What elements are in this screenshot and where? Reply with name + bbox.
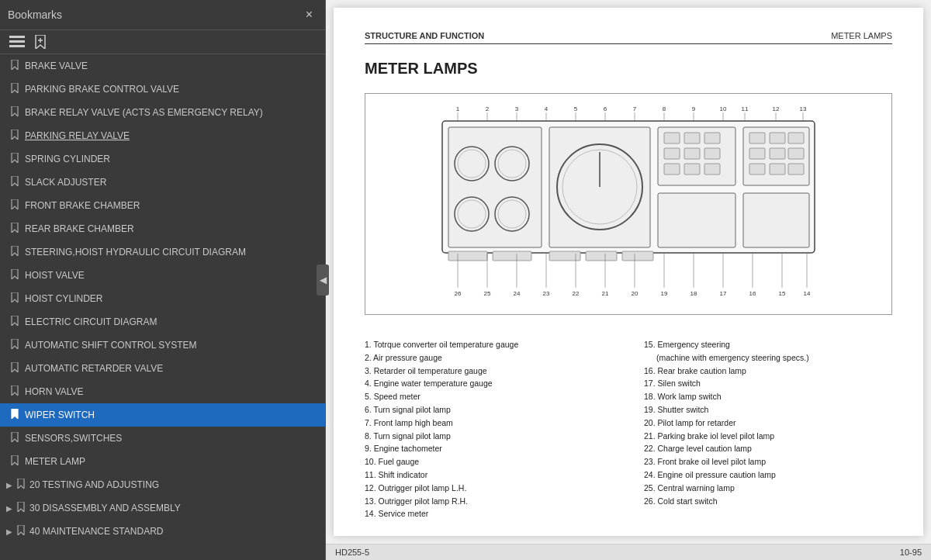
svg-text:7: 7 xyxy=(633,105,637,112)
bookmark-add-button[interactable] xyxy=(31,33,50,50)
section-item-testing-adjusting[interactable]: ▶20 TESTING AND ADJUSTING xyxy=(0,473,325,496)
svg-text:24: 24 xyxy=(514,290,521,297)
legend-item: 16. Rear brake caution lamp xyxy=(644,365,892,378)
svg-rect-64 xyxy=(788,164,804,175)
svg-rect-46 xyxy=(664,133,680,143)
legend-item: 24. Engine oil pressure caution lamp xyxy=(644,468,892,482)
svg-rect-1 xyxy=(9,40,25,43)
menu-icon xyxy=(9,36,25,48)
legend-item: 11. Shift indicator xyxy=(365,468,613,482)
panel-title: Bookmarks xyxy=(8,9,62,21)
bookmark-icon xyxy=(11,246,19,258)
section-item-disassembly-assembly[interactable]: ▶30 DISASSEMBLY AND ASSEMBLY xyxy=(0,496,325,520)
close-button[interactable]: × xyxy=(301,6,317,23)
bookmark-item-slack-adjuster[interactable]: SLACK ADJUSTER xyxy=(0,171,325,194)
bookmark-icon xyxy=(11,432,19,444)
bookmark-item-wiper-switch[interactable]: WIPER SWITCH xyxy=(0,403,325,427)
bookmark-item-brake-valve[interactable]: BRAKE VALVE xyxy=(0,54,325,78)
section-bookmark-icon xyxy=(17,525,25,538)
bookmark-item-horn-valve[interactable]: HORN VALVE xyxy=(0,380,325,403)
document-content: STRUCTURE AND FUNCTION METER LAMPS METER… xyxy=(334,8,923,536)
svg-text:4: 4 xyxy=(545,105,549,112)
svg-rect-70 xyxy=(586,251,617,261)
section-item-maintenance-standard[interactable]: ▶40 MAINTENANCE STANDARD xyxy=(0,520,325,543)
bookmark-label: AUTOMATIC RETARDER VALVE xyxy=(25,363,163,374)
section-arrow-icon: ▶ xyxy=(6,504,12,513)
bookmark-label: PARKING RELAY VALVE xyxy=(25,130,130,141)
legend-col-2: 15. Emergency steering (machine with eme… xyxy=(644,338,892,520)
bookmark-item-parking-relay-valve[interactable]: PARKING RELAY VALVE xyxy=(0,124,325,147)
svg-text:8: 8 xyxy=(663,105,666,112)
bookmark-label: HORN VALVE xyxy=(25,386,84,397)
svg-text:19: 19 xyxy=(661,290,668,297)
svg-text:10: 10 xyxy=(720,105,727,112)
legend-item: 23. Front brake oil level pilot lamp xyxy=(644,455,892,468)
svg-text:16: 16 xyxy=(749,290,756,297)
svg-rect-49 xyxy=(664,148,680,159)
svg-text:25: 25 xyxy=(484,290,491,297)
bookmark-label: HOIST VALVE xyxy=(25,270,85,281)
legend-col-1: 1. Totrque converter oil temperature gau… xyxy=(365,338,613,520)
bookmark-icon xyxy=(11,409,19,421)
doc-section-label: STRUCTURE AND FUNCTION xyxy=(365,31,484,40)
legend-item: 5. Speed meter xyxy=(365,390,613,403)
bookmark-label: SENSORS,SWITCHES xyxy=(25,433,122,444)
legend-item: 6. Turn signal pilot lamp xyxy=(365,403,613,417)
bookmark-item-hoist-valve[interactable]: HOIST VALVE xyxy=(0,264,325,287)
bookmark-icon xyxy=(11,362,19,375)
bookmark-item-spring-cylinder[interactable]: SPRING CYLINDER xyxy=(0,147,325,171)
bookmark-item-steering-hoist[interactable]: STEERING,HOIST HYDRAULIC CIRCUIT DIAGRAM xyxy=(0,240,325,264)
bookmark-label: AUTOMATIC SHIFT CONTROL SYSTEM xyxy=(25,340,197,351)
legend-item: 17. Silen switch xyxy=(644,377,892,390)
svg-text:14: 14 xyxy=(804,290,811,297)
legend-item: 2. Air pressure gauge xyxy=(365,351,613,365)
svg-text:2: 2 xyxy=(486,105,490,112)
bookmark-label: METER LAMP xyxy=(25,456,85,467)
svg-rect-57 xyxy=(770,133,785,143)
svg-text:1: 1 xyxy=(456,105,460,112)
bookmark-label: BRAKE RELAY VALVE (ACTS AS EMERGENCY REL… xyxy=(25,107,263,118)
legend-item: 21. Parking brake iol level pilot lamp xyxy=(644,430,892,443)
legend-section: 1. Totrque converter oil temperature gau… xyxy=(365,338,892,520)
section-arrow-icon: ▶ xyxy=(6,527,12,536)
legend-item: 10. Fuel gauge xyxy=(365,455,613,468)
panel-header: Bookmarks × xyxy=(0,0,325,30)
svg-text:11: 11 xyxy=(742,105,749,112)
bookmark-item-rear-brake-chamber[interactable]: REAR BRAKE CHAMBER xyxy=(0,217,325,240)
bookmark-item-electric-circuit-diagram[interactable]: ELECTRIC CIRCUIT DIAGRAM xyxy=(0,310,325,334)
legend-item: 20. Pilot lamp for retarder xyxy=(644,417,892,430)
bookmark-item-automatic-shift-control[interactable]: AUTOMATIC SHIFT CONTROL SYSTEM xyxy=(0,334,325,357)
bookmark-icon xyxy=(11,106,19,119)
svg-text:26: 26 xyxy=(455,290,462,297)
legend-item: 4. Engine water temperature gauge xyxy=(365,377,613,390)
svg-rect-51 xyxy=(704,148,720,159)
legend-item: 1. Totrque converter oil temperature gau… xyxy=(365,338,613,351)
svg-text:6: 6 xyxy=(604,105,607,112)
bookmark-label: HOIST CYLINDER xyxy=(25,293,102,304)
bookmark-label: REAR BRAKE CHAMBER xyxy=(25,223,134,234)
menu-icon-button[interactable] xyxy=(6,34,28,50)
bookmark-label: PARKING BRAKE CONTROL VALVE xyxy=(25,84,179,95)
bookmark-icon xyxy=(11,292,19,305)
svg-rect-52 xyxy=(664,164,680,175)
svg-rect-50 xyxy=(684,148,700,159)
meter-lamps-diagram: 1 2 3 4 5 6 7 8 9 10 11 12 13 xyxy=(434,102,822,303)
bookmark-item-brake-relay-valve[interactable]: BRAKE RELAY VALVE (ACTS AS EMERGENCY REL… xyxy=(0,101,325,124)
svg-rect-71 xyxy=(622,251,653,261)
bookmark-item-parking-brake-control-valve[interactable]: PARKING BRAKE CONTROL VALVE xyxy=(0,78,325,101)
bookmarks-panel: Bookmarks × BRAKE VALVEPARKING BRAKE CON… xyxy=(0,0,326,560)
bookmark-item-hoist-cylinder[interactable]: HOIST CYLINDER xyxy=(0,287,325,310)
bookmark-item-sensors-switches[interactable]: SENSORS,SWITCHES xyxy=(0,427,325,450)
legend-item: (machine with emergency steering specs.) xyxy=(644,351,892,365)
bookmark-item-automatic-retarder-valve[interactable]: AUTOMATIC RETARDER VALVE xyxy=(0,357,325,380)
bookmark-list: BRAKE VALVEPARKING BRAKE CONTROL VALVEBR… xyxy=(0,54,325,560)
panel-collapse-button[interactable]: ◀ xyxy=(317,264,329,296)
svg-rect-60 xyxy=(770,148,785,159)
bookmark-item-front-brake-chamber[interactable]: FRONT BRAKE CHAMBER xyxy=(0,194,325,217)
bookmark-item-meter-lamp[interactable]: METER LAMP xyxy=(0,450,325,473)
svg-text:21: 21 xyxy=(602,290,609,297)
svg-text:17: 17 xyxy=(720,290,727,297)
svg-rect-66 xyxy=(743,193,809,247)
doc-footer: HD255-5 10-95 xyxy=(326,544,931,560)
bookmark-label: WIPER SWITCH xyxy=(25,410,95,420)
